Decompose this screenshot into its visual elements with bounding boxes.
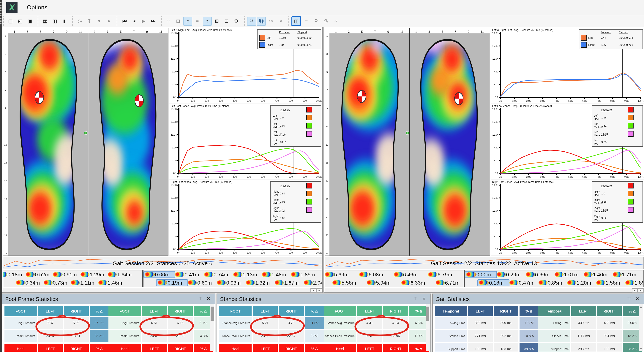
stance-thumbnail-item[interactable]: 0.93m: [217, 280, 246, 286]
stance-thumbnail-item[interactable]: 0.73m: [44, 280, 71, 286]
stance-thumbnail-item[interactable]: 1.01m: [554, 272, 584, 278]
gear-icon[interactable]: ⚙: [232, 16, 241, 25]
stance-thumbnail-item[interactable]: 1.13m: [233, 272, 262, 278]
stance-thumbnail-item[interactable]: 5.58m: [332, 280, 367, 286]
stance-thumbnail-item[interactable]: 0.60m: [188, 280, 217, 286]
close-icon[interactable]: ✕: [634, 295, 641, 302]
foot-pressure-map-left[interactable]: [9, 35, 87, 254]
scrollbar-thumb[interactable]: [426, 307, 429, 321]
stance-thumbnail-item[interactable]: 5.69m: [325, 272, 359, 278]
pie-icon[interactable]: ◔: [203, 16, 212, 25]
stance-thumbnail-item[interactable]: 1.89m: [625, 280, 643, 286]
stance-thumbnail-item[interactable]: 1.71m: [612, 272, 642, 278]
stance-thumbnail-item[interactable]: 0.34m: [16, 280, 44, 286]
close-icon[interactable]: ✕: [420, 295, 427, 302]
window-copy-icon[interactable]: ◫: [292, 16, 301, 26]
stance-numbers-icon[interactable]: ¹²: [247, 16, 256, 25]
report-list-icon[interactable]: ≡: [302, 16, 311, 25]
stance-thumbnail-item[interactable]: 6.79m: [428, 272, 463, 278]
stance-thumbnail-item[interactable]: 0.91m: [53, 272, 80, 278]
stats-scrollbar[interactable]: ▲▼: [639, 304, 643, 351]
foot-pressure-map-right[interactable]: [89, 35, 167, 254]
stats-titlebar[interactable]: Gait Statistics⊤✕: [432, 294, 644, 304]
stance-thumbnail-item[interactable]: 6.08m: [359, 272, 394, 278]
new-file-icon[interactable]: ▢: [6, 16, 15, 25]
scroll-left-button[interactable]: ◂: [632, 288, 638, 293]
feet-icon[interactable]: [257, 16, 266, 25]
cassette-icon[interactable]: ▮: [60, 16, 69, 25]
save-icon[interactable]: ▣: [25, 16, 34, 25]
download-icon[interactable]: ↧: [85, 16, 94, 25]
stance-thumbnail-item[interactable]: 6.33m: [401, 280, 436, 286]
foot-canvas[interactable]: [8, 34, 88, 256]
stance-thumbnail-item[interactable]: 0.00m: [144, 271, 175, 278]
chart-screen-icon[interactable]: ⊟: [222, 16, 231, 25]
dropdown-icon[interactable]: ▾: [95, 16, 104, 25]
scissors-icon[interactable]: ✂: [266, 16, 276, 25]
horizontal-scrollbar[interactable]: ◂▸: [3, 288, 322, 292]
close-icon[interactable]: ✕: [205, 295, 212, 302]
stance-thumbnail-item[interactable]: 1.29m: [80, 272, 108, 278]
foot-canvas[interactable]: [410, 34, 490, 256]
stance-thumbnail-item[interactable]: 0.85m: [538, 280, 567, 286]
stance-thumbnail-item[interactable]: 5.94m: [367, 280, 401, 286]
copy-icon[interactable]: ⊞: [212, 16, 222, 25]
pin-icon[interactable]: ⊤: [412, 295, 419, 302]
stance-thumbnail-item[interactable]: 1.85m: [291, 272, 320, 278]
scroll-right-button[interactable]: ▸: [638, 288, 644, 293]
open-folder-icon[interactable]: ◰: [16, 16, 24, 25]
stance-thumbnail-item[interactable]: 0.19m: [156, 279, 188, 286]
stance-thumbnail-item[interactable]: 0.18m: [478, 279, 510, 286]
stance-thumbnail-item[interactable]: 0.29m: [497, 272, 526, 278]
stats-titlebar[interactable]: Stance Statistics⊤✕: [217, 294, 430, 304]
stance-thumbnail-item[interactable]: 0.47m: [510, 280, 538, 286]
skip-to-end-icon[interactable]: ▶▶|: [149, 16, 158, 25]
record-icon[interactable]: ◎: [75, 16, 84, 25]
scroll-left-button[interactable]: ◂: [310, 288, 316, 293]
foot-pressure-map-right[interactable]: [411, 35, 488, 254]
foot-canvas[interactable]: [88, 34, 168, 256]
horizontal-scrollbar[interactable]: ◂▸: [324, 288, 644, 292]
dots-grid-icon[interactable]: ∷: [164, 16, 173, 25]
wave-icon[interactable]: ≈: [193, 16, 202, 25]
stance-thumbnail-item[interactable]: 1.58m: [596, 280, 625, 286]
stance-thumbnail-item[interactable]: 1.48m: [262, 272, 291, 278]
stance-thumbnail-item[interactable]: 0.74m: [204, 272, 233, 278]
stance-thumbnail-item[interactable]: 1.32m: [246, 280, 275, 286]
scrollbar-thumb[interactable]: [210, 307, 214, 321]
scroll-down-icon[interactable]: ▼: [639, 347, 643, 351]
stance-thumbnail-item[interactable]: 1.67m: [275, 280, 304, 286]
skip-to-start-icon[interactable]: |◀◀: [120, 16, 128, 25]
page-preview-icon[interactable]: ⚲: [312, 16, 320, 25]
menu-item-options[interactable]: Options: [21, 0, 67, 15]
play-icon[interactable]: ▶: [139, 16, 148, 25]
stats-scrollbar[interactable]: [426, 304, 430, 351]
pin-icon[interactable]: ⊤: [197, 295, 204, 302]
stance-thumbnail-item[interactable]: 2.04m: [304, 280, 322, 286]
stats-scrollbar[interactable]: [210, 304, 214, 351]
step-back-icon[interactable]: |◀: [129, 16, 138, 25]
stance-thumbnail-item[interactable]: 0.66m: [526, 272, 554, 278]
pin-icon[interactable]: ⊤: [626, 295, 632, 302]
film-strip-icon[interactable]: ▥: [50, 16, 59, 25]
export-icon[interactable]: ⇥: [331, 16, 340, 25]
scroll-right-button[interactable]: ▸: [316, 288, 322, 293]
stance-thumbnail-item[interactable]: 1.20m: [567, 280, 596, 286]
movie-edit-icon[interactable]: ▦: [40, 16, 50, 25]
stance-thumbnail-item[interactable]: 6.46m: [394, 272, 428, 278]
stance-thumbnail-item[interactable]: 1.11m: [71, 280, 98, 286]
stance-thumbnail-item[interactable]: 6.71m: [436, 280, 465, 286]
ellipse-icon[interactable]: ●: [104, 16, 113, 25]
code-icon[interactable]: </>: [276, 16, 285, 25]
scroll-up-icon[interactable]: ▲: [639, 304, 643, 309]
peak-curve-icon[interactable]: ∩: [183, 16, 192, 25]
foot-canvas[interactable]: [329, 34, 409, 256]
stance-thumbnail-item[interactable]: 1.40m: [584, 272, 612, 278]
stance-thumbnail-item[interactable]: 1.64m: [108, 272, 135, 278]
stance-thumbnail-item[interactable]: 1.46m: [98, 280, 126, 286]
print-icon[interactable]: ⎙: [321, 16, 330, 25]
frame-box-icon[interactable]: ⊡: [174, 16, 182, 25]
stats-titlebar[interactable]: Foot Frame Statistics⊤✕: [2, 294, 215, 304]
stance-thumbnail-item[interactable]: 0.18m: [3, 272, 26, 278]
stance-thumbnail-item[interactable]: 0.52m: [26, 272, 53, 278]
